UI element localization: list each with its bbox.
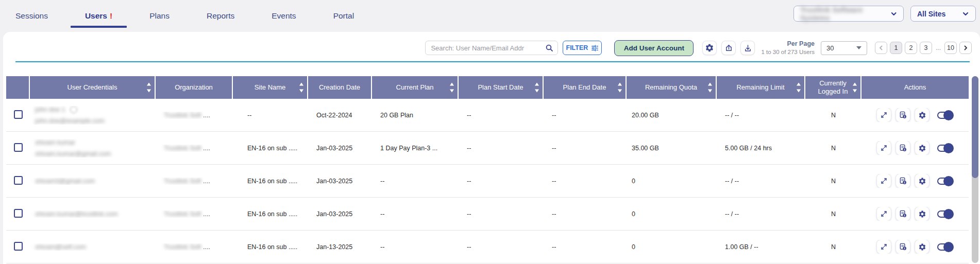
user-credentials-cell: shivam.kumar@trustlink.com [30, 210, 156, 218]
row-select-cell [6, 143, 30, 153]
expand-icon [881, 112, 887, 118]
tab-portal[interactable]: Portal [330, 0, 358, 32]
tab-label: Users [85, 11, 107, 21]
row-checkbox[interactable] [14, 242, 23, 251]
header-site-name[interactable]: Site Name [233, 76, 308, 99]
remaining-quota-cell: 0 [627, 243, 717, 251]
per-page-select[interactable]: 30 [821, 41, 867, 55]
search-input[interactable] [431, 44, 545, 52]
tab-sessions[interactable]: Sessions [12, 0, 51, 32]
prev-page-button[interactable] [875, 42, 887, 54]
search-box [425, 41, 558, 55]
tab-users[interactable]: Users ! [82, 0, 115, 32]
row-checkbox[interactable] [14, 176, 23, 185]
user-settings-button[interactable] [915, 141, 929, 155]
user-enabled-toggle[interactable] [937, 178, 953, 185]
header-label: Site Name [255, 83, 286, 92]
row-checkbox[interactable] [14, 110, 23, 119]
sort-icons[interactable] [535, 83, 539, 93]
expand-user-button[interactable] [877, 174, 891, 188]
user-plan-info-button[interactable] [896, 174, 910, 188]
scrollbar-thumb[interactable] [972, 76, 978, 178]
user-plan-info-button[interactable] [896, 240, 910, 254]
page-ellipsis: ... [935, 44, 942, 51]
table-settings-button[interactable] [703, 41, 716, 55]
upload-button[interactable] [722, 41, 735, 55]
user-email-redacted: shivam.kumar@gmail.com [35, 150, 111, 157]
expand-user-button[interactable] [877, 207, 891, 221]
filter-button[interactable]: FILTER [563, 41, 602, 55]
user-settings-button[interactable] [915, 108, 929, 122]
page-button-last[interactable]: 10 [944, 42, 957, 54]
search-icon[interactable] [545, 44, 553, 52]
chevron-down-icon [856, 46, 861, 49]
filter-sliders-icon [591, 44, 599, 52]
toggle-knob [943, 209, 954, 219]
user-settings-button[interactable] [915, 207, 929, 221]
row-select-cell [6, 176, 30, 186]
plan-start-date-cell: -- [459, 210, 544, 218]
all-sites-select[interactable]: All Sites [910, 6, 976, 22]
sort-icons[interactable] [708, 83, 712, 93]
download-button[interactable] [741, 41, 754, 55]
tab-events[interactable]: Events [268, 0, 299, 32]
header-label: Creation Date [319, 83, 360, 92]
add-user-account-button[interactable]: Add User Account [614, 40, 694, 56]
organization-truncation: .... [203, 243, 210, 251]
tab-reports[interactable]: Reports [204, 0, 238, 32]
tenant-select[interactable]: Trustlink Software Systems [793, 6, 904, 22]
tab-plans[interactable]: Plans [146, 0, 173, 32]
user-email-redacted: shivam.kumar@trustlink.com [35, 210, 118, 218]
header-label: Currently Logged In [814, 79, 852, 96]
vertical-scrollbar[interactable] [972, 76, 978, 263]
header-creation-date[interactable]: Creation Date [308, 76, 372, 99]
user-plan-info-button[interactable] [896, 141, 910, 155]
plan-end-date-cell: -- [544, 112, 627, 119]
header-actions: Actions [861, 76, 969, 99]
sort-icons[interactable] [618, 83, 622, 93]
header-remaining-limit[interactable]: Remaining Limit [717, 76, 805, 99]
sort-icons[interactable] [797, 83, 801, 93]
sort-icons[interactable] [147, 83, 151, 93]
user-enabled-toggle[interactable] [937, 210, 953, 218]
users-table: User Credentials Organization Site Name … [6, 76, 969, 263]
sort-icons[interactable] [853, 83, 857, 93]
user-email-line: john.doe@example.com [35, 117, 156, 125]
next-page-button[interactable] [959, 42, 972, 54]
row-checkbox[interactable] [14, 209, 23, 218]
expand-icon [881, 145, 887, 151]
user-plan-info-button[interactable] [896, 108, 910, 122]
header-plan-start-date[interactable]: Plan Start Date [459, 76, 544, 99]
header-label: Organization [175, 83, 213, 92]
expand-user-button[interactable] [877, 240, 891, 254]
table-header: User Credentials Organization Site Name … [6, 76, 969, 99]
header-current-plan[interactable]: Current Plan [372, 76, 459, 99]
user-settings-button[interactable] [915, 240, 929, 254]
header-label: Remaining Quota [645, 83, 697, 92]
expand-user-button[interactable] [877, 141, 891, 155]
expand-user-button[interactable] [877, 108, 891, 122]
header-plan-end-date[interactable]: Plan End Date [544, 76, 627, 99]
page-button-2[interactable]: 2 [905, 42, 917, 54]
user-enabled-toggle[interactable] [937, 112, 953, 119]
main-tabs: Sessions Users ! Plans Reports Events Po… [12, 0, 357, 32]
header-remaining-quota[interactable]: Remaining Quota [627, 76, 717, 99]
page-button-1[interactable]: 1 [890, 42, 902, 54]
user-enabled-toggle[interactable] [937, 243, 953, 251]
sort-icons[interactable] [450, 83, 454, 93]
header-organization[interactable]: Organization [156, 76, 233, 99]
gear-icon [918, 144, 926, 152]
upload-icon [724, 44, 733, 52]
card-info-icon [899, 111, 907, 119]
info-icon[interactable] [70, 106, 77, 113]
user-plan-info-button[interactable] [896, 207, 910, 221]
sort-icons[interactable] [299, 83, 303, 93]
header-user-credentials[interactable]: User Credentials [30, 76, 156, 99]
page-button-3[interactable]: 3 [920, 42, 932, 54]
user-settings-button[interactable] [915, 174, 929, 188]
header-currently-logged-in[interactable]: Currently Logged In [805, 76, 861, 99]
organization-redacted: Trustlink Soft [164, 210, 201, 218]
user-enabled-toggle[interactable] [937, 145, 953, 152]
creation-date-cell: Oct-22-2024 [308, 112, 372, 119]
row-checkbox[interactable] [14, 143, 23, 152]
